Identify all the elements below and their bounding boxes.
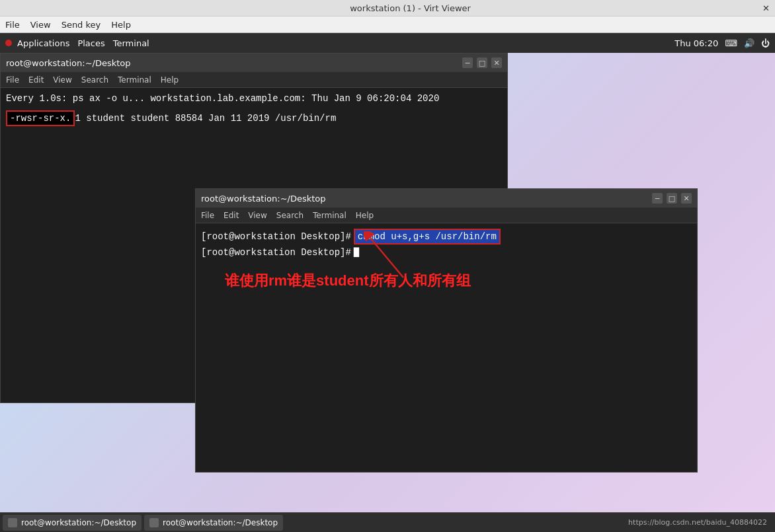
terminal1-menu-bar: File Edit View Search Terminal Help [1,72,507,88]
terminal2-buttons: − □ ✕ [652,193,692,204]
t1-menu-terminal[interactable]: Terminal [118,75,151,85]
watch-line: Every 1.0s: ps ax -o u... workstation.la… [6,93,502,104]
apps-dot-icon [5,40,12,46]
taskbar: root@workstation:~/Desktop root@workstat… [0,512,775,532]
places-menu[interactable]: Places [77,38,104,48]
desktop: 🗑 Trash root@workstation:~/Desktop − □ ✕… [0,53,775,512]
t2-menu-help[interactable]: Help [356,211,374,220]
perm-highlight: -rwsr-sr-x. [6,110,75,126]
taskbar-url: https://blog.csdn.net/baidu_40884022 [628,518,772,527]
terminal2-menu-bar: File Edit View Search Terminal Help [196,208,697,223]
terminal1-buttons: − □ ✕ [462,57,502,68]
t1-menu-file[interactable]: File [6,75,19,85]
t1-menu-view[interactable]: View [53,75,71,85]
menu-sendkey[interactable]: Send key [61,20,101,30]
taskbar-item-1[interactable]: root@workstation:~/Desktop [3,515,142,531]
t2-menu-search[interactable]: Search [276,211,304,220]
close-button[interactable]: ✕ [762,3,770,13]
terminal1-title-bar: root@workstation:~/Desktop − □ ✕ [1,54,507,72]
terminal2-prompt2: [root@workstation Desktop]# [201,247,351,258]
permissions-line: -rwsr-sr-x. 1 student student 88584 Jan … [6,110,502,126]
terminal2-minimize-btn[interactable]: − [652,193,663,204]
panel-keyboard-icon: ⌨ [725,38,737,48]
virt-viewer-title-bar: workstation (1) - Virt Viewer ✕ [0,0,775,17]
terminal2-maximize-btn[interactable]: □ [667,193,677,204]
annotation-container: 谁使用rm谁是student所有人和所有组 [225,271,471,291]
taskbar-item-2[interactable]: root@workstation:~/Desktop [144,515,283,531]
t2-menu-terminal[interactable]: Terminal [313,211,347,220]
applications-label: Applications [17,38,69,48]
taskbar-label-1: root@workstation:~/Desktop [21,518,136,527]
gnome-panel: Applications Places Terminal Thu 06:20 ⌨… [0,33,775,53]
menu-file[interactable]: File [5,20,20,30]
panel-right: Thu 06:20 ⌨ 🔊 ⏻ [674,38,770,48]
taskbar-icon-2 [149,518,159,527]
applications-menu[interactable]: Applications [5,38,69,48]
terminal2-close-btn[interactable]: ✕ [681,193,692,204]
t1-menu-help[interactable]: Help [161,75,179,85]
terminal2-prompt1: [root@workstation Desktop]# [201,231,351,242]
panel-volume-icon[interactable]: 🔊 [744,38,755,48]
t1-menu-edit[interactable]: Edit [28,75,44,85]
terminal-menu[interactable]: Terminal [113,38,149,48]
panel-clock: Thu 06:20 [674,38,718,48]
terminal1-maximize-btn[interactable]: □ [477,57,487,68]
t2-menu-edit[interactable]: Edit [224,211,239,220]
title-bar-text: workstation (1) - Virt Viewer [58,3,762,13]
menu-view[interactable]: View [30,20,51,30]
terminal2-title: root@workstation:~/Desktop [201,194,326,204]
terminal2-title-bar: root@workstation:~/Desktop − □ ✕ [196,189,697,208]
terminal1-close-btn[interactable]: ✕ [491,57,502,68]
terminal1-title: root@workstation:~/Desktop [6,58,131,68]
terminal2-content: [root@workstation Desktop]# chmod u+s,g+… [196,223,697,472]
panel-power-icon[interactable]: ⏻ [761,38,770,48]
terminal-window-2: root@workstation:~/Desktop − □ ✕ File Ed… [195,188,698,473]
t2-menu-view[interactable]: View [248,211,266,220]
taskbar-icon-1 [8,518,17,527]
perm-rest: 1 student student 88584 Jan 11 2019 /usr… [75,113,336,124]
virt-viewer-menu-bar: File View Send key Help [0,17,775,33]
terminal1-minimize-btn[interactable]: − [462,57,473,68]
taskbar-label-2: root@workstation:~/Desktop [163,518,278,527]
terminal2-cursor: █ [354,247,359,258]
t2-menu-file[interactable]: File [201,211,214,220]
t1-menu-search[interactable]: Search [81,75,108,85]
menu-help[interactable]: Help [111,20,131,30]
annotation-text: 谁使用rm谁是student所有人和所有组 [225,271,471,291]
